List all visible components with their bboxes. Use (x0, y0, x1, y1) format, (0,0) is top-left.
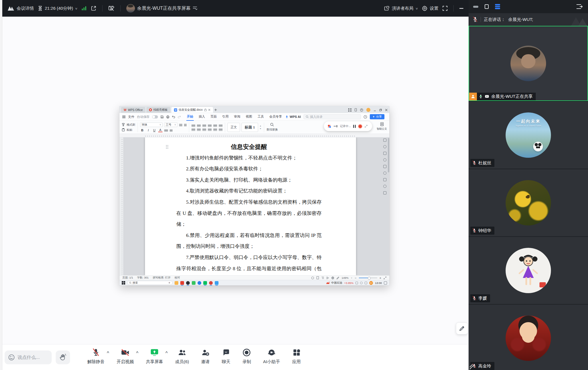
clock[interactable]: 13:00 (375, 281, 382, 285)
align-left-icon[interactable] (192, 128, 195, 131)
align-right-icon[interactable] (202, 128, 206, 131)
word-count[interactable]: 字数: 301 (137, 276, 149, 280)
unmute-button[interactable]: ∧ 解除静音 (87, 348, 105, 365)
side-tool-icon[interactable] (383, 139, 386, 142)
taskbar-photos-icon[interactable] (215, 281, 218, 285)
spellcheck-status[interactable]: 拼写检查: 打开 (153, 276, 171, 280)
document-page[interactable]: 信息安全提醒 1.增强对钓鱼邮件的警惕性，不轻易点击不明文件； 2.所有办公电脑… (145, 137, 356, 275)
quick-chat-input[interactable] (18, 355, 46, 360)
participant-tile[interactable]: 钟绍华 (469, 169, 588, 236)
sidebar-popout-icon[interactable] (485, 4, 489, 9)
zoom-slider[interactable] (359, 278, 377, 278)
proofread-button[interactable]: 校对 (175, 276, 180, 280)
fullscreen-button[interactable] (442, 6, 448, 11)
side-tool-icon[interactable] (383, 145, 386, 148)
vertical-ruler[interactable] (119, 137, 123, 275)
bullet-list-icon[interactable] (192, 124, 195, 127)
notification-center-icon[interactable] (384, 281, 387, 285)
meeting-detail-button[interactable]: 会议详情 (7, 5, 34, 11)
taskbar-meeting-icon[interactable] (209, 281, 213, 285)
sidebar-collapse-icon[interactable] (576, 4, 583, 9)
ribbon-tab-home[interactable]: 开始 (186, 113, 194, 121)
find-replace-label[interactable]: 查找替换 (266, 128, 278, 132)
paste-button[interactable]: 粘贴 (122, 128, 135, 132)
network-signal-indicator[interactable] (82, 6, 87, 11)
redo-icon[interactable] (178, 115, 181, 118)
record-button[interactable]: 录制 (242, 348, 251, 365)
wps-search-box[interactable]: 插入目录 (303, 114, 361, 119)
font-name-select[interactable]: 宋体∨ (140, 122, 163, 127)
layout-switch-button[interactable]: 演讲者布局 ∨ (384, 6, 418, 11)
paragraph-mark-icon[interactable] (219, 124, 223, 127)
side-tool-icon[interactable] (383, 178, 386, 181)
expand-recorder-icon[interactable] (365, 125, 368, 128)
recording-indicator[interactable]: 记录中... (324, 121, 372, 131)
start-button-icon[interactable] (122, 281, 125, 285)
save-icon[interactable] (160, 115, 164, 118)
side-tool-icon[interactable] (383, 158, 386, 161)
indent-decrease-icon[interactable] (202, 124, 206, 127)
help-icon[interactable] (360, 108, 363, 112)
web-view-icon[interactable] (331, 276, 334, 279)
ribbon-tab-view[interactable]: 视图 (245, 113, 253, 121)
sidebar-minimize-icon[interactable] (473, 6, 478, 8)
side-tool-icon[interactable] (383, 172, 386, 175)
meeting-timer[interactable]: 21:26 (40分钟) ∨ (38, 6, 78, 11)
apps-grid-icon[interactable] (348, 108, 351, 112)
tray-icon[interactable] (365, 282, 367, 284)
smart-doc-button[interactable]: 智能公文 (377, 122, 387, 131)
number-list-icon[interactable] (197, 124, 201, 127)
side-tool-icon[interactable] (383, 191, 386, 194)
annotation-pencil-button[interactable] (456, 322, 468, 334)
tray-icon[interactable] (360, 282, 363, 284)
horizontal-ruler[interactable] (119, 134, 389, 137)
settings-button[interactable]: 设置 (422, 5, 438, 11)
participant-tile[interactable]: 一起向未来 Together for a Shared Future 杜妮丝 (469, 102, 588, 169)
taskbar-wechat-icon[interactable] (203, 281, 207, 285)
share-options-caret[interactable]: ∧ (165, 350, 168, 354)
text-direction-icon[interactable] (213, 124, 217, 127)
shrink-font-icon[interactable] (184, 123, 187, 126)
apps-button[interactable]: 应用 (292, 348, 301, 365)
annotation-toggle-button[interactable] (108, 5, 115, 11)
char-shading-button[interactable] (170, 129, 173, 132)
raise-hand-button[interactable] (56, 350, 70, 364)
zoom-out-button[interactable]: − (355, 276, 356, 280)
window-close-icon[interactable] (385, 109, 388, 111)
taskbar-app-icon[interactable] (192, 281, 196, 285)
ribbon-tab-tools[interactable]: 工具 (257, 113, 264, 121)
quick-chat-input-pill[interactable] (5, 350, 52, 364)
indent-increase-icon[interactable] (208, 124, 212, 127)
close-tab-icon[interactable] (208, 109, 210, 111)
underline-button[interactable]: U (152, 128, 156, 132)
taskbar-browser-icon[interactable] (186, 281, 190, 285)
minimize-toolbar-button[interactable] (459, 8, 463, 9)
taskbar-wps-icon[interactable] (180, 281, 184, 285)
view-mode-icon[interactable] (311, 276, 314, 279)
find-replace-icon[interactable] (270, 123, 274, 126)
zoom-in-button[interactable]: + (380, 276, 381, 280)
side-tool-icon[interactable] (383, 165, 386, 168)
mic-options-caret[interactable]: ∧ (106, 350, 110, 354)
autosave-toggle[interactable] (152, 115, 158, 118)
font-color-button[interactable]: A (158, 128, 163, 132)
hamburger-icon[interactable] (122, 116, 125, 118)
wps-home-tab[interactable]: W WPS Office (121, 107, 145, 113)
pop-out-button[interactable] (91, 5, 96, 11)
resize-grip-icon[interactable] (469, 364, 475, 369)
align-center-icon[interactable] (197, 128, 201, 131)
ribbon-tab-page[interactable]: 页面 (210, 113, 217, 121)
wps-docer-tab[interactable]: 找稻壳模板 (146, 107, 170, 113)
stock-name[interactable]: 中国石油 (331, 281, 342, 285)
participant-tile[interactable]: 李媛 (469, 237, 588, 304)
undo-icon[interactable] (172, 115, 175, 118)
participant-tile-sharing[interactable]: 余晨光-WUT正在共享 (469, 26, 588, 101)
sync-status-icon[interactable] (363, 115, 367, 119)
taskbar-app-icon[interactable] (198, 281, 201, 285)
taskbar-search-box[interactable]: 搜索 (127, 281, 173, 285)
taskbar-explorer-icon[interactable] (175, 281, 178, 285)
vertical-scrollbar[interactable] (388, 138, 389, 172)
ribbon-tab-review[interactable]: 审阅 (233, 113, 241, 121)
window-restore-icon[interactable] (379, 109, 382, 111)
ribbon-tab-member[interactable]: 会员专享 (269, 113, 283, 121)
